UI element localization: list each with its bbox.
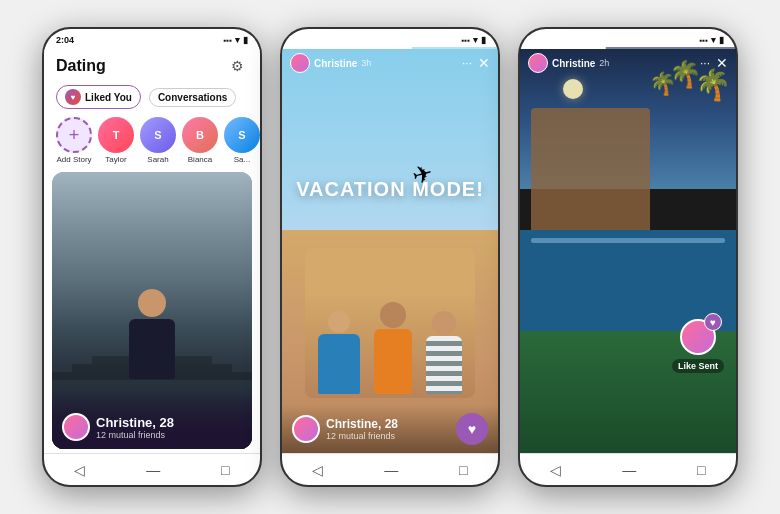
profile-card[interactable]: Christine, 28 12 mutual friends (52, 172, 252, 449)
story-mini-avatar (290, 53, 310, 73)
screen-3: 🌴 🌴 🌴 Christine 2h ··· ✕ (520, 47, 736, 453)
story-item-sarah[interactable]: S Sarah (140, 117, 176, 164)
time-1: 2:04 (56, 35, 74, 45)
card-name: Christine, 28 (96, 415, 174, 430)
status-bar-1: 2:04 ▪▪▪ ▾ ▮ (44, 29, 260, 47)
app-title: Dating (56, 57, 106, 75)
card-mini-avatar (62, 413, 90, 441)
card-background: Christine, 28 12 mutual friends (52, 172, 252, 449)
add-story-label: Add Story (56, 155, 91, 164)
resort-pool (520, 230, 736, 332)
pool-reflection (531, 238, 725, 243)
sa-avatar[interactable]: S (224, 117, 260, 153)
phone-1: 2:04 ▪▪▪ ▾ ▮ Dating ⚙ ♥ Liked You Conver… (42, 27, 262, 487)
story-top-bar-3: Christine 2h ··· ✕ (520, 47, 736, 79)
person-3 (426, 311, 462, 394)
liked-avatar: ♥ (65, 89, 81, 105)
story-username: Christine (314, 58, 357, 69)
card-mutual: 12 mutual friends (96, 430, 174, 440)
wifi-icon: ▾ (235, 35, 240, 45)
person-1 (318, 311, 360, 394)
person-2 (374, 302, 412, 394)
bianca-label: Bianca (188, 155, 212, 164)
screen-2: Christine 3h ··· ✕ VACATION MODE! ✈ (282, 47, 498, 453)
taylor-label: Taylor (105, 155, 126, 164)
phone-3: ▪▪▪ ▾ ▮ 🌴 🌴 🌴 (518, 27, 738, 487)
battery-icon: ▮ (243, 35, 248, 45)
story-card-mutual: 12 mutual friends (326, 431, 398, 441)
nav-bar-2: ◁ — □ (282, 453, 498, 485)
like-sent-heart-icon: ♥ (704, 313, 722, 331)
liked-label: Liked You (85, 92, 132, 103)
more-icon-3[interactable]: ··· (700, 56, 710, 70)
like-button[interactable]: ♥ (456, 413, 488, 445)
status-bar-2: ▪▪▪ ▾ ▮ (282, 29, 498, 47)
battery-icon-2: ▮ (481, 35, 486, 45)
home-button-3[interactable]: — (622, 462, 636, 478)
people-group (292, 238, 488, 398)
back-button-3[interactable]: ◁ (550, 462, 561, 478)
header-1: Dating ⚙ (44, 47, 260, 81)
close-button-3[interactable]: ✕ (716, 55, 728, 71)
home-button-2[interactable]: — (384, 462, 398, 478)
story-top-bar: Christine 3h ··· ✕ (282, 47, 498, 79)
add-story-avatar[interactable] (56, 117, 92, 153)
story-bottom-avatar (292, 415, 320, 443)
building (531, 108, 650, 230)
like-sent-bubble: ♥ Like Sent (672, 319, 724, 373)
status-bar-3: ▪▪▪ ▾ ▮ (520, 29, 736, 47)
like-sent-avatar-wrap: ♥ (680, 319, 716, 355)
story-time: 3h (361, 58, 371, 68)
resort-screen: 🌴 🌴 🌴 Christine 2h ··· ✕ (520, 47, 736, 453)
status-icons-3: ▪▪▪ ▾ ▮ (699, 35, 724, 45)
wifi-icon-3: ▾ (711, 35, 716, 45)
recent-button-3[interactable]: □ (697, 462, 705, 478)
nav-bar-1: ◁ — □ (44, 453, 260, 485)
story-mini-avatar-3 (528, 53, 548, 73)
sarah-label: Sarah (147, 155, 168, 164)
story-item-taylor[interactable]: T Taylor (98, 117, 134, 164)
story-screen: Christine 3h ··· ✕ VACATION MODE! ✈ (282, 47, 498, 453)
taylor-avatar[interactable]: T (98, 117, 134, 153)
story-user-info-3: Christine 2h (528, 53, 609, 73)
phone-2: ▪▪▪ ▾ ▮ Christine 3h (280, 27, 500, 487)
bianca-avatar[interactable]: B (182, 117, 218, 153)
group-photo (305, 248, 475, 398)
story-user-info: Christine 3h (290, 53, 371, 73)
story-item-bianca[interactable]: B Bianca (182, 117, 218, 164)
signal-icon: ▪▪▪ (223, 36, 232, 45)
vacation-text: VACATION MODE! (296, 178, 484, 201)
nav-bar-3: ◁ — □ (520, 453, 736, 485)
story-time-3: 2h (599, 58, 609, 68)
story-card-name: Christine, 28 (326, 417, 398, 431)
more-icon[interactable]: ··· (462, 56, 472, 70)
sarah-avatar[interactable]: S (140, 117, 176, 153)
conversations-tab[interactable]: Conversations (149, 88, 236, 107)
story-bottom-left: Christine, 28 12 mutual friends (292, 415, 398, 443)
story-actions: ··· ✕ (462, 55, 490, 71)
add-story-item[interactable]: Add Story (56, 117, 92, 164)
person-figure (117, 289, 187, 399)
back-button[interactable]: ◁ (74, 462, 85, 478)
stories-row: Add Story T Taylor S Sarah B Bianca S Sa… (44, 113, 260, 168)
like-sent-label: Like Sent (672, 359, 724, 373)
status-icons-1: ▪▪▪ ▾ ▮ (223, 35, 248, 45)
recent-button[interactable]: □ (221, 462, 229, 478)
card-info: Christine, 28 12 mutual friends (52, 393, 252, 449)
story-bottom-info: Christine, 28 12 mutual friends ♥ (282, 405, 498, 453)
home-button[interactable]: — (146, 462, 160, 478)
wifi-icon-2: ▾ (473, 35, 478, 45)
sa-label: Sa... (234, 155, 250, 164)
signal-icon-3: ▪▪▪ (699, 36, 708, 45)
back-button-2[interactable]: ◁ (312, 462, 323, 478)
signal-icon-2: ▪▪▪ (461, 36, 470, 45)
status-icons-2: ▪▪▪ ▾ ▮ (461, 35, 486, 45)
close-button[interactable]: ✕ (478, 55, 490, 71)
story-item-sa[interactable]: S Sa... (224, 117, 260, 164)
settings-button[interactable]: ⚙ (226, 55, 248, 77)
battery-icon-3: ▮ (719, 35, 724, 45)
story-username-3: Christine (552, 58, 595, 69)
story-actions-3: ··· ✕ (700, 55, 728, 71)
recent-button-2[interactable]: □ (459, 462, 467, 478)
liked-you-tab[interactable]: ♥ Liked You (56, 85, 141, 109)
